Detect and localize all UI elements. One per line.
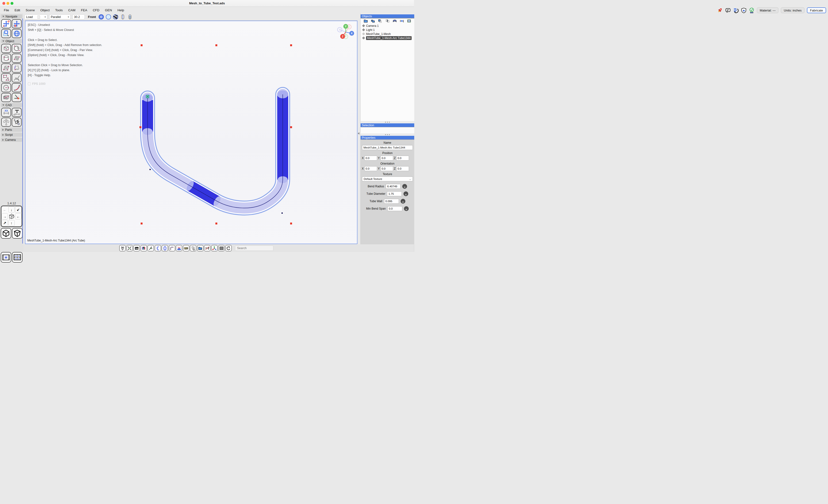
- position-z-field[interactable]: [396, 156, 409, 161]
- surface-band-icon[interactable]: [393, 19, 397, 23]
- zoom-input[interactable]: [74, 15, 81, 19]
- circle-tool-icon[interactable]: [1, 83, 11, 92]
- tube-wall-knob[interactable]: [401, 199, 405, 204]
- gizmo-neg-x-label[interactable]: X: [339, 29, 341, 31]
- shaded-view-icon[interactable]: [98, 14, 104, 19]
- mirror-icon[interactable]: [204, 245, 210, 251]
- orientation-gizmo[interactable]: X Z Y Y X Z: [331, 21, 360, 45]
- cylinder-tool-icon[interactable]: [1, 54, 11, 63]
- menu-item[interactable]: GEN: [105, 8, 112, 12]
- position-y-field[interactable]: [380, 156, 393, 161]
- visibility-diamond-icon[interactable]: [362, 32, 365, 36]
- section-cad[interactable]: CAD: [1, 103, 22, 107]
- shader-icon[interactable]: Sh: [133, 245, 140, 251]
- gizmo-neg-z-label[interactable]: Z: [348, 26, 350, 28]
- pattern-grid-icon[interactable]: [119, 245, 126, 251]
- load-dropdown[interactable]: Load ▾: [25, 14, 47, 19]
- grid-table-icon[interactable]: [218, 245, 224, 251]
- section-navigate[interactable]: Navigate: [1, 14, 22, 18]
- menu-item[interactable]: Object: [40, 8, 50, 12]
- rotate-icon[interactable]: [400, 19, 404, 23]
- menu-item[interactable]: CFD: [93, 8, 99, 12]
- collapse-views-icon[interactable]: [126, 245, 133, 251]
- light-object-tool-icon[interactable]: [12, 93, 22, 102]
- search-input[interactable]: [235, 246, 273, 251]
- box-tool-icon[interactable]: [1, 44, 11, 53]
- lasso-select-icon[interactable]: [190, 245, 196, 251]
- gizmo-neg-y-label[interactable]: Y: [345, 36, 347, 38]
- mesh-tool-icon[interactable]: [1, 64, 11, 73]
- cylinder-tube-icon[interactable]: [162, 245, 168, 251]
- projection-dropdown[interactable]: Parallel ▾: [49, 14, 71, 19]
- copy-instance-icon[interactable]: [378, 19, 382, 23]
- zebra-view-icon[interactable]: [113, 14, 118, 19]
- pan-tool-icon[interactable]: [12, 19, 22, 28]
- dimension-tool-icon[interactable]: XX: [1, 108, 11, 117]
- polygon-tool-icon[interactable]: [1, 73, 11, 82]
- view-right-button[interactable]: →: [2, 213, 8, 219]
- menu-item[interactable]: Help: [117, 8, 124, 12]
- object-tree-item[interactable]: MeshTube_1-Mesh-Arc Tube1344: [361, 36, 414, 40]
- view-down-button[interactable]: ↓: [8, 207, 14, 213]
- orbit-globe-tool-icon[interactable]: [12, 29, 22, 38]
- arc-tube-icon[interactable]: [155, 245, 161, 251]
- bend-radius-field[interactable]: [386, 184, 401, 189]
- iso-view-cube-icon[interactable]: [1, 228, 11, 239]
- disc-tool-icon[interactable]: [12, 44, 22, 53]
- sidebar-scrollbar[interactable]: [22, 18, 23, 244]
- min-bend-span-knob[interactable]: [404, 206, 409, 211]
- wireframe-view-icon[interactable]: [106, 14, 111, 19]
- bend-radius-knob[interactable]: [402, 184, 407, 189]
- tube-diameter-knob[interactable]: [404, 192, 408, 196]
- min-bend-span-field[interactable]: [387, 206, 402, 211]
- surface-unwrap-icon[interactable]: [176, 245, 182, 251]
- properties-panel-header[interactable]: Properties: [361, 136, 414, 140]
- tube-diameter-field[interactable]: [387, 192, 402, 196]
- camera-object-tool-icon[interactable]: [1, 93, 11, 102]
- object-tree-item[interactable]: Camera 1: [361, 24, 414, 28]
- view-left2-button[interactable]: ←: [15, 213, 21, 219]
- name-field[interactable]: [362, 145, 413, 150]
- view-down-left-button[interactable]: ↙: [15, 207, 21, 213]
- lathe-tool-icon[interactable]: [12, 64, 22, 73]
- bezier-tool-icon[interactable]: [12, 83, 22, 92]
- menu-item[interactable]: CAM: [68, 8, 76, 12]
- menu-item[interactable]: Scene: [26, 8, 35, 12]
- display-colorbars-icon[interactable]: [141, 245, 147, 251]
- snap-angle-icon[interactable]: [148, 245, 154, 251]
- grid-plane-tool-icon[interactable]: [12, 54, 22, 63]
- section-parts[interactable]: Parts: [1, 128, 22, 132]
- elbow-tube-icon[interactable]: [169, 245, 175, 251]
- view-cube-icon[interactable]: [8, 213, 15, 220]
- section-camera[interactable]: Camera: [1, 138, 22, 142]
- joint-tool-icon[interactable]: [12, 108, 22, 117]
- folder-icon[interactable]: [364, 19, 368, 23]
- sketch-roller-tool-icon[interactable]: 5: [12, 118, 22, 127]
- transform-bounds-icon[interactable]: [407, 19, 411, 23]
- object-tree-item[interactable]: MeshTube_1-Mesh: [361, 32, 414, 36]
- texture-dropdown[interactable]: Default Texture ⌄: [362, 176, 413, 181]
- selection-panel-header[interactable]: Selection: [361, 123, 414, 127]
- orientation-z-field[interactable]: [396, 166, 409, 171]
- object-tree-item[interactable]: Light 1: [361, 28, 414, 32]
- perspective-view-cube-icon[interactable]: [12, 228, 23, 239]
- section-script[interactable]: Script: [1, 133, 22, 137]
- section-object[interactable]: Object: [1, 39, 22, 43]
- position-x-field[interactable]: [364, 156, 377, 161]
- view-left-button[interactable]: ←: [1, 206, 8, 213]
- axes-gizmo-icon[interactable]: YXZ: [211, 245, 217, 251]
- pan-select-tool-icon[interactable]: [1, 19, 11, 28]
- union-shapes-icon[interactable]: [371, 19, 375, 23]
- marquee-select-tool-icon[interactable]: [1, 29, 11, 38]
- zoom-field[interactable]: [72, 14, 85, 19]
- viewport-3d[interactable]: [ESC] - UnselectShift + [Q] - Select & M…: [25, 20, 358, 244]
- view-up-right-button[interactable]: ↗: [2, 220, 8, 226]
- panel-resize-handle[interactable]: [361, 122, 414, 123]
- polyline-tool-icon[interactable]: [12, 73, 22, 82]
- unlink-instance-icon[interactable]: [385, 19, 389, 23]
- tube-solid-view-icon[interactable]: [127, 14, 133, 19]
- view-up-button[interactable]: ↑: [8, 220, 14, 226]
- tube-wall-field[interactable]: [384, 199, 399, 204]
- panel-resize-handle[interactable]: [361, 134, 414, 135]
- menu-item[interactable]: File: [4, 8, 9, 12]
